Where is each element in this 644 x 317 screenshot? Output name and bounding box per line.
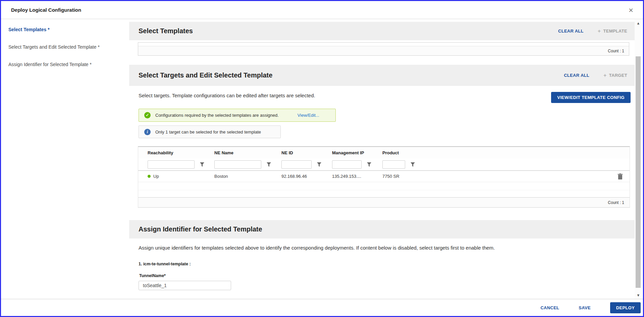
add-target-button[interactable]: +TARGET: [603, 72, 627, 78]
cell-ne-id: 92.168.96.46: [281, 174, 332, 179]
assign-identifier-title: Assign Identifier for Selected Template: [139, 225, 262, 233]
targets-table: Reachability NE Name NE ID Management IP…: [138, 146, 630, 208]
config-assigned-banner: ✓ Configurations required by the selecte…: [139, 109, 336, 122]
filter-funnel-icon[interactable]: [411, 162, 415, 167]
select-targets-title: Select Targets and Edit Selected Templat…: [139, 71, 272, 79]
plus-icon: +: [603, 72, 607, 78]
view-edit-link[interactable]: View/Edit...: [298, 113, 319, 118]
identifier-description: Assign unique identifiers for templates …: [139, 245, 495, 251]
add-template-button[interactable]: +TEMPLATE: [598, 28, 627, 34]
select-targets-section-header: Select Targets and Edit Selected Templat…: [129, 65, 637, 86]
plus-icon: +: [598, 28, 601, 34]
template-name-label: 1. icm-te-tunnel-template :: [139, 262, 191, 266]
filter-input-management-ip[interactable]: [332, 160, 362, 169]
cancel-button[interactable]: CANCEL: [540, 305, 559, 310]
target-table-row[interactable]: Up Boston 92.168.96.46 135.249.153.... 7…: [138, 171, 630, 182]
targets-clear-all-button[interactable]: CLEAR ALL: [564, 73, 589, 78]
assign-identifier-section-header: Assign Identifier for Selected Template: [129, 220, 637, 239]
config-assigned-text: Configurations required by the selected …: [155, 113, 279, 118]
column-header-ne-id: NE ID: [281, 150, 332, 155]
filter-funnel-icon[interactable]: [367, 162, 371, 167]
tunnel-name-input[interactable]: [139, 281, 231, 290]
filter-funnel-icon[interactable]: [200, 162, 204, 167]
templates-clear-all-button[interactable]: CLEAR ALL: [558, 29, 584, 34]
select-templates-section-header: Select Templates CLEAR ALL +TEMPLATE: [129, 22, 637, 40]
status-up-icon: [148, 175, 151, 178]
scrollbar-thumb[interactable]: [636, 56, 641, 288]
column-header-product: Product: [382, 150, 593, 155]
filter-input-ne-name[interactable]: [214, 160, 261, 169]
cell-ne-name: Boston: [214, 174, 281, 179]
tunnel-name-label: TunnelName*: [139, 273, 166, 278]
scroll-down-icon[interactable]: ▼: [636, 293, 641, 298]
sidebar-item-assign-identifier[interactable]: Assign Identifier for Selected Template …: [1, 57, 129, 72]
dialog-title: Deploy Logical Configuration: [11, 7, 81, 13]
main-content: Select Templates CLEAR ALL +TEMPLATE Cou…: [129, 19, 637, 299]
save-button[interactable]: SAVE: [579, 305, 591, 310]
template-row-partial: [138, 43, 629, 46]
cell-reachability: Up: [153, 174, 159, 179]
deploy-logical-configuration-dialog: Deploy Logical Configuration ✕ Select Te…: [0, 0, 644, 317]
deploy-button[interactable]: DEPLOY: [610, 302, 641, 313]
selected-templates-table: Count : 1: [138, 42, 629, 56]
empty-table-row: [138, 182, 630, 190]
dialog-footer: CANCEL SAVE DEPLOY: [1, 299, 643, 316]
filter-input-product[interactable]: [382, 160, 405, 169]
targets-table-filter-row: [138, 158, 630, 171]
column-header-reachability: Reachability: [138, 150, 214, 155]
sidebar-item-select-targets[interactable]: Select Targets and Edit Selected Templat…: [1, 40, 129, 54]
sidebar-item-select-templates[interactable]: Select Templates *: [1, 22, 129, 37]
column-header-ne-name: NE Name: [214, 150, 281, 155]
target-limit-text: Only 1 target can be selected for the se…: [155, 129, 261, 135]
targets-description: Select targets. Template configurations …: [139, 93, 315, 98]
info-circle-icon: i: [144, 129, 151, 135]
wizard-steps-sidebar: Select Templates * Select Targets and Ed…: [1, 19, 129, 299]
dialog-title-bar: Deploy Logical Configuration ✕: [1, 1, 643, 19]
vertical-scrollbar[interactable]: ▲ ▼: [635, 19, 642, 299]
targets-table-header-row: Reachability NE Name NE ID Management IP…: [138, 147, 630, 158]
filter-funnel-icon[interactable]: [267, 162, 271, 167]
templates-count: Count : 1: [138, 46, 629, 55]
filter-input-reachability[interactable]: [148, 160, 195, 169]
targets-count: Count : 1: [138, 197, 630, 207]
column-header-management-ip: Management IP: [332, 150, 382, 155]
cell-management-ip: 135.249.153....: [332, 174, 382, 179]
target-limit-banner: i Only 1 target can be selected for the …: [139, 125, 281, 138]
scroll-up-icon[interactable]: ▲: [636, 21, 641, 25]
filter-input-ne-id[interactable]: [281, 160, 312, 169]
filter-funnel-icon[interactable]: [317, 162, 321, 167]
cell-product: 7750 SR: [382, 174, 593, 179]
view-edit-template-config-button[interactable]: VIEW/EDIT TEMPLATE CONFIG: [551, 92, 631, 103]
check-circle-icon: ✓: [144, 112, 151, 118]
delete-target-icon[interactable]: [618, 173, 623, 179]
select-templates-title: Select Templates: [139, 27, 193, 35]
close-icon[interactable]: ✕: [627, 6, 635, 14]
